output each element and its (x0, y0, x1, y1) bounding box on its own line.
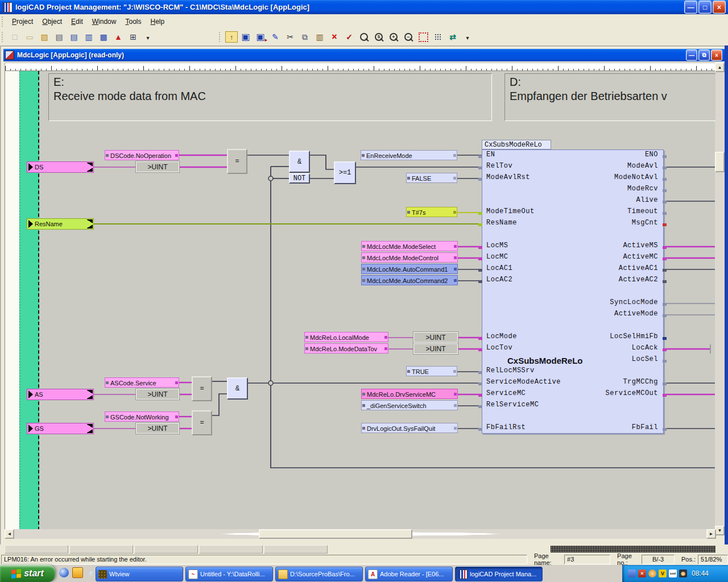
close-button[interactable]: × (713, 1, 726, 14)
open-icon[interactable] (23, 30, 36, 44)
toolbar-gripper[interactable] (2, 16, 5, 27)
page-tab[interactable] (5, 545, 68, 554)
scroll-up-button[interactable]: ▲ (715, 63, 725, 72)
save-all-icon[interactable] (254, 30, 267, 44)
zoom-in-icon[interactable] (387, 30, 400, 44)
display-error-icon[interactable]: × (638, 569, 646, 577)
minimize-button[interactable]: — (684, 1, 697, 14)
comment-block[interactable]: D: Empfangen der Betriebsarten v (504, 73, 715, 121)
variable-modeselect[interactable]: MdcLocMde.ModeSelect (361, 241, 458, 251)
autoconnect-icon[interactable] (446, 30, 460, 44)
toolbar-gripper[interactable] (2, 32, 5, 42)
menu-project[interactable]: Project (7, 16, 38, 27)
open-project-icon[interactable] (38, 30, 51, 44)
horizontal-scroll-thumb[interactable] (259, 529, 412, 539)
quick-launch-icon[interactable] (72, 567, 83, 578)
child-minimize-button[interactable]: — (686, 49, 697, 61)
gate-equal[interactable]: = (227, 149, 247, 174)
comment-block[interactable]: E: Receive mode data from MAC (48, 73, 492, 121)
updates-icon[interactable] (628, 569, 636, 577)
task-logicad[interactable]: logiCAD Project Mana... (455, 567, 543, 581)
fit-view-icon[interactable] (416, 30, 430, 44)
gate-equal[interactable]: = (192, 376, 212, 401)
find-errors-icon[interactable] (342, 30, 356, 44)
tile-vertical-icon[interactable] (82, 30, 96, 44)
new-document-icon[interactable] (8, 30, 22, 44)
quick-launch-icon[interactable] (59, 568, 69, 577)
grid-icon[interactable] (431, 30, 445, 44)
literal-gscode-notworking[interactable]: GSCode.NotWorking (105, 411, 179, 422)
vertical-scroll-thumb[interactable] (715, 152, 725, 172)
gate-and[interactable]: & (289, 151, 310, 173)
input-ds[interactable]: DS (27, 161, 94, 173)
literal-dscode-nooperation[interactable]: DSCode.NoOperation (105, 150, 179, 160)
diagram-canvas[interactable]: E: Receive mode data from MAC D: Empfang… (5, 70, 715, 536)
antivirus-icon[interactable]: V (659, 569, 667, 577)
new-window-icon[interactable] (126, 30, 140, 44)
cascade-windows-icon[interactable] (97, 30, 110, 44)
variable-modedatatov[interactable]: MdcReLo.ModeDataTov (304, 343, 388, 354)
save-icon[interactable] (239, 30, 253, 44)
tile-horizontal-icon[interactable] (67, 30, 81, 44)
page-tab[interactable] (199, 545, 263, 554)
gate-and[interactable]: & (227, 377, 248, 400)
start-button[interactable]: start (0, 565, 55, 582)
gate-or[interactable]: >=1 (334, 161, 356, 184)
page-tab[interactable] (69, 545, 133, 554)
vertical-scrollbar[interactable]: ▲ ▼ (715, 63, 725, 535)
menu-help[interactable]: Help (146, 16, 169, 27)
delete-object-icon[interactable] (328, 30, 341, 44)
menu-tools[interactable]: Tools (121, 16, 146, 27)
converter-uint[interactable]: >UINT (136, 423, 179, 434)
folder-up-icon[interactable] (225, 31, 238, 43)
converter-uint[interactable]: >UINT (413, 332, 458, 343)
page-tab[interactable] (264, 545, 328, 554)
literal-false[interactable]: FALSE (406, 173, 457, 183)
literal-ascode-service[interactable]: ASCode.Service (105, 377, 179, 388)
menu-object[interactable]: Object (38, 16, 67, 27)
error-list-icon[interactable] (111, 30, 125, 44)
edit-object-icon[interactable] (268, 30, 282, 44)
variable-localmode[interactable]: MdcReLo.LocalMode (304, 332, 388, 342)
variable-drvservicemc[interactable]: MdcReLo.DrvServiceMC (361, 389, 458, 399)
gate-equal[interactable]: = (192, 410, 212, 435)
scroll-left-button[interactable]: ◄ (5, 529, 14, 539)
scroll-right-button[interactable]: ► (706, 529, 716, 539)
task-wtview[interactable]: Wtview (96, 567, 183, 581)
xml-icon[interactable]: xml (669, 569, 677, 577)
zoom-scale-icon[interactable] (372, 30, 386, 44)
page-tab[interactable] (134, 545, 198, 554)
converter-uint[interactable]: >UINT (136, 161, 179, 172)
menu-edit[interactable]: Edit (67, 16, 88, 27)
variable-enreceivemode[interactable]: EnReceiveMode (361, 150, 457, 160)
variable-modecontrol[interactable]: MdcLocMde.ModeControl (361, 252, 458, 263)
dropdown-icon[interactable] (461, 30, 474, 44)
gate-not[interactable]: NOT (289, 173, 310, 184)
literal-t7s[interactable]: T#7s (406, 207, 457, 217)
input-as[interactable]: AS (27, 389, 94, 400)
copy-icon[interactable] (298, 30, 312, 44)
paste-icon[interactable] (313, 30, 326, 44)
variable-autocommand1[interactable]: MdcLocMde.AutoCommand1 (361, 264, 458, 274)
variable-autocommand2[interactable]: MdcLocMde.AutoCommand2 (361, 275, 458, 285)
function-block-header[interactable]: CxSubsModeReLo (482, 140, 551, 149)
volume-icon[interactable] (648, 569, 656, 577)
input-resname[interactable]: ResName (27, 218, 94, 230)
input-gs[interactable]: GS (27, 423, 94, 434)
child-close-button[interactable]: × (711, 49, 722, 61)
internet-explorer-icon[interactable]: e (86, 568, 96, 577)
horizontal-scrollbar[interactable]: ◄ ► (5, 529, 716, 539)
cut-icon[interactable] (283, 30, 297, 44)
task-adobe-reader[interactable]: Adobe Reader - [E06... (365, 567, 453, 581)
menu-window[interactable]: Window (88, 16, 121, 27)
converter-uint[interactable]: >UINT (413, 343, 458, 354)
task-untitled[interactable]: Untitled - Y:\DataRolli... (185, 567, 273, 581)
variable-digenserviceswitch[interactable]: _diGenServiceSwitch (361, 400, 458, 410)
function-block[interactable]: CxSubsModeReLo ENRelTovModeAvlRstModeTim… (482, 149, 664, 434)
scroll-down-button[interactable]: ▼ (715, 526, 725, 535)
variable-sysfailquit[interactable]: DrvLogicOut.SysFailQuit (361, 423, 458, 433)
task-sourcepro[interactable]: D:\SourceProBas\Fro... (275, 567, 363, 581)
display-icon[interactable]: ◉ (679, 569, 687, 577)
zoom-out-icon[interactable] (402, 30, 415, 44)
dropdown-icon[interactable] (141, 30, 155, 44)
